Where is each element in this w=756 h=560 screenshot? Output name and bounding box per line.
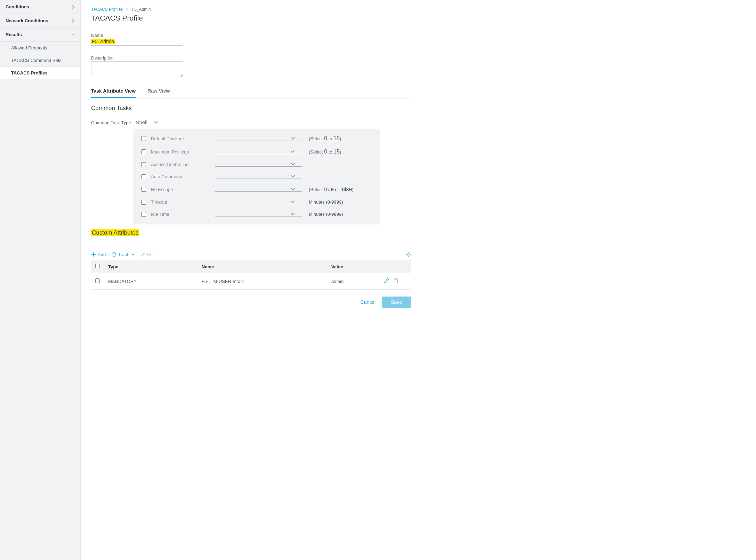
common-task-type-select[interactable]: Shell: [135, 119, 167, 126]
ct-row-acl: Access Control List: [141, 162, 371, 167]
ct-check-maximum-privilege[interactable]: [141, 149, 146, 154]
common-tasks-heading: Common Tasks: [91, 105, 411, 112]
ct-hint: Minutes (0-9999): [309, 199, 343, 205]
chevron-down-icon: [71, 33, 75, 37]
common-tasks-panel: Default Privilege (Select 0 to 15) Maxim…: [133, 129, 380, 224]
nav-results-children: Allowed Protocols TACACS Command Sets TA…: [0, 42, 80, 79]
chevron-right-icon: [71, 5, 75, 9]
ct-label: Auto Command: [151, 174, 210, 179]
tab-raw-view[interactable]: Raw View: [147, 88, 170, 98]
ct-check-auto-command[interactable]: [141, 174, 146, 179]
ct-check-default-privilege[interactable]: [141, 136, 146, 141]
ct-hint: Minutes (0-9999): [309, 212, 343, 217]
trash-icon: [394, 278, 399, 283]
nav-conditions[interactable]: Conditions: [0, 0, 80, 14]
trash-button[interactable]: Trash: [112, 252, 135, 257]
settings-button[interactable]: [405, 252, 411, 257]
sidebar-item-tacacs-profiles[interactable]: TACACS Profiles: [0, 67, 80, 79]
main-content: TACACS Profiles > F5_Admin TACACS Profil…: [81, 0, 428, 560]
nav-label: Network Conditions: [6, 18, 48, 23]
col-value: Value: [327, 260, 380, 273]
plus-icon: [91, 252, 96, 257]
breadcrumb-separator: >: [126, 7, 128, 12]
trash-icon: [112, 252, 116, 257]
description-field-group: Description: [91, 55, 411, 78]
add-button[interactable]: Add: [91, 252, 106, 257]
cell-name: F5-LTM-USER-Info-1: [198, 273, 327, 290]
pencil-icon: [141, 252, 145, 257]
breadcrumb-current: F5_Admin: [132, 7, 151, 12]
row-delete-button[interactable]: [394, 278, 399, 283]
ct-check-no-escape[interactable]: [141, 187, 146, 192]
select-all-checkbox[interactable]: [95, 264, 100, 268]
sidebar-item-tacacs-command-sets[interactable]: TACACS Command Sets: [0, 54, 80, 67]
ct-select-timeout[interactable]: [215, 200, 302, 204]
col-name: Name: [198, 260, 327, 273]
sidebar: Conditions Network Conditions Results Al…: [0, 0, 81, 560]
description-input[interactable]: [91, 61, 183, 77]
ct-label: Maximum Privilege: [151, 149, 210, 155]
pencil-icon: [384, 278, 389, 283]
description-label: Description: [91, 55, 411, 61]
ct-label: Idle Time: [151, 212, 210, 217]
name-input[interactable]: F5_Admin: [91, 39, 115, 44]
ct-select-no-escape[interactable]: [215, 187, 302, 192]
custom-attributes-table: Type Name Value MANDATORY F5-LTM-USER-In…: [91, 260, 411, 290]
name-field-group: Name F5_Admin: [91, 33, 411, 46]
footer-actions: Cancel Save: [91, 297, 411, 308]
nav-label: Results: [6, 32, 22, 37]
ct-hint: (Select 0 to 15): [309, 149, 341, 155]
ct-check-acl[interactable]: [141, 162, 146, 167]
chevron-down-icon: [131, 253, 135, 256]
row-checkbox[interactable]: [95, 278, 100, 283]
page-title: TACACS Profile: [91, 14, 411, 22]
common-task-type-value: Shell: [136, 119, 147, 125]
ct-label: No Escape: [151, 187, 210, 192]
breadcrumb: TACACS Profiles > F5_Admin: [91, 7, 411, 12]
chevron-right-icon: [71, 19, 75, 23]
cancel-button[interactable]: Cancel: [360, 299, 376, 305]
ct-check-timeout[interactable]: [141, 200, 146, 205]
ct-label: Timeout: [151, 199, 210, 205]
chevron-down-icon: [154, 121, 158, 124]
nav-results[interactable]: Results: [0, 28, 80, 42]
row-edit-button[interactable]: [384, 278, 389, 283]
ct-select-auto-command[interactable]: [215, 174, 302, 179]
ct-hint: (Select true or false): [309, 186, 354, 192]
name-label: Name: [91, 33, 411, 38]
custom-attr-toolbar: Add Trash Edit: [91, 252, 411, 257]
view-tabs: Task Attribute View Raw View: [91, 88, 411, 98]
svg-point-0: [408, 254, 409, 255]
ct-select-acl[interactable]: [215, 162, 302, 167]
nav-network-conditions[interactable]: Network Conditions: [0, 14, 80, 28]
ct-check-idle-time[interactable]: [141, 212, 146, 217]
cell-value: admin: [327, 273, 380, 290]
ct-row-auto-command: Auto Command: [141, 174, 371, 179]
common-task-type-label: Common Task Type: [91, 120, 131, 125]
ct-select-maximum-privilege[interactable]: [215, 150, 302, 154]
ct-select-idle-time[interactable]: [215, 212, 302, 216]
common-task-type-row: Common Task Type Shell: [91, 119, 411, 126]
ct-hint: (Select 0 to 15): [309, 135, 341, 142]
ct-row-idle-time: Idle Time Minutes (0-9999): [141, 212, 371, 217]
nav-label: Conditions: [6, 4, 29, 9]
tab-task-attribute-view[interactable]: Task Attribute View: [91, 88, 136, 98]
ct-row-maximum-privilege: Maximum Privilege (Select 0 to 15): [141, 149, 371, 155]
breadcrumb-root[interactable]: TACACS Profiles: [91, 7, 123, 12]
ct-select-default-privilege[interactable]: [215, 136, 302, 141]
col-type: Type: [104, 260, 198, 273]
gear-icon: [405, 252, 411, 257]
table-row: MANDATORY F5-LTM-USER-Info-1 admin: [91, 273, 411, 290]
ct-label: Access Control List: [151, 162, 210, 167]
custom-attributes-heading: Custom Attributes: [91, 229, 411, 236]
ct-row-default-privilege: Default Privilege (Select 0 to 15): [141, 135, 371, 142]
ct-row-no-escape: No Escape (Select true or false): [141, 186, 371, 192]
ct-row-timeout: Timeout Minutes (0-9999): [141, 199, 371, 205]
cell-type: MANDATORY: [104, 273, 198, 290]
sidebar-item-allowed-protocols[interactable]: Allowed Protocols: [0, 42, 80, 54]
save-button[interactable]: Save: [382, 297, 411, 308]
edit-button[interactable]: Edit: [141, 252, 155, 257]
ct-label: Default Privilege: [151, 136, 210, 141]
